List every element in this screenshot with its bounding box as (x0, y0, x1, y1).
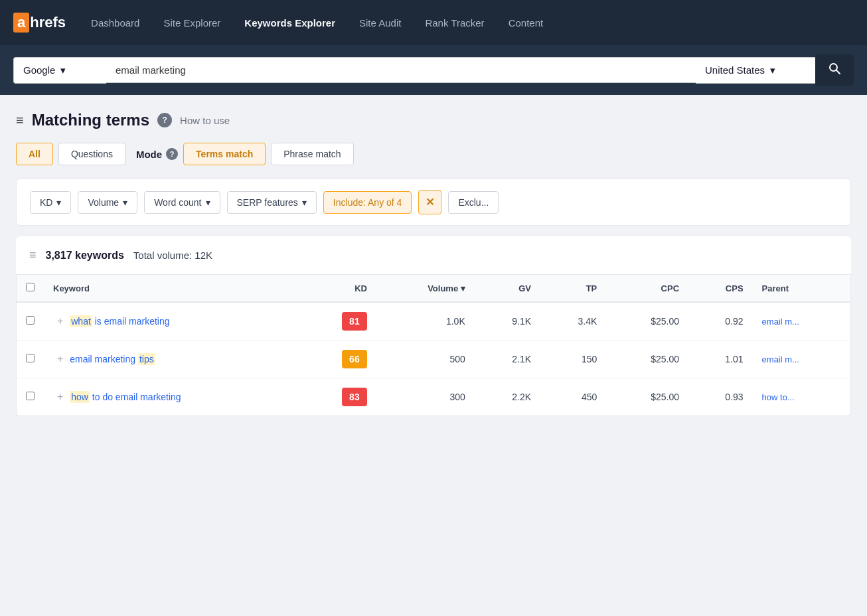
row2-parent-link[interactable]: email m... (762, 354, 799, 364)
how-to-use-link[interactable]: How to use (180, 115, 230, 126)
search-icon (828, 62, 841, 78)
row1-parent: email m... (753, 302, 850, 341)
row3-add-button[interactable]: + (53, 391, 67, 402)
nav-item-dashboard[interactable]: Dashboard (82, 12, 149, 34)
table-row: + email marketing tips 66 500 2.1K 150 $… (17, 341, 850, 378)
volume-arrow-icon: ▾ (123, 197, 127, 208)
col-header-gv[interactable]: GV (475, 275, 540, 302)
table-row: + what is email marketing 81 1.0K 9.1K 3… (17, 302, 850, 341)
kd-filter-button[interactable]: KD ▾ (30, 191, 71, 214)
row2-tp: 150 (540, 341, 606, 378)
filter-row-container: KD ▾ Volume ▾ Word count ▾ SERP features… (16, 179, 851, 226)
keywords-table: Keyword KD Volume ▾ GV TP CPC CPS Parent (17, 275, 850, 416)
tab-questions[interactable]: Questions (58, 143, 125, 165)
nav-item-keywords-explorer[interactable]: Keywords Explorer (235, 12, 345, 34)
row1-tp: 3.4K (540, 302, 606, 341)
help-icon[interactable]: ? (157, 113, 172, 127)
row1-checkbox[interactable] (26, 316, 35, 325)
col-header-cpc[interactable]: CPC (606, 275, 688, 302)
row3-keyword-highlight1: how (70, 391, 90, 403)
nav-item-content[interactable]: Content (499, 12, 553, 34)
word-count-filter-button[interactable]: Word count ▾ (144, 191, 220, 214)
results-sort-icon: ≡ (29, 248, 37, 262)
engine-arrow-icon: ▾ (60, 64, 66, 76)
volume-filter-button[interactable]: Volume ▾ (78, 191, 137, 214)
row3-keyword-link[interactable]: how to do email marketing (70, 391, 181, 403)
logo[interactable]: ahrefs (13, 13, 66, 33)
results-count: 3,817 keywords (46, 250, 124, 262)
main-content: ≡ Matching terms ? How to use All Questi… (0, 95, 867, 416)
include-filter-close-button[interactable]: ✕ (418, 190, 441, 214)
col-header-cps[interactable]: CPS (688, 275, 753, 302)
search-input-wrap (106, 57, 696, 83)
serp-filter-label: SERP features (237, 197, 298, 208)
exclude-filter-button[interactable]: Exclu... (448, 191, 499, 214)
row2-cps: 1.01 (688, 341, 753, 378)
engine-select[interactable]: Google ▾ (13, 57, 106, 84)
country-select[interactable]: United States ▾ (696, 57, 815, 84)
svg-line-1 (836, 70, 840, 74)
include-filter-label: Include: Any of 4 (333, 197, 402, 208)
word-count-arrow-icon: ▾ (206, 197, 210, 208)
mode-label: Mode ? (136, 148, 178, 160)
nav-item-site-audit[interactable]: Site Audit (350, 12, 410, 34)
row3-kd-badge: 83 (342, 388, 367, 406)
country-arrow-icon: ▾ (770, 64, 775, 76)
row2-parent: email m... (753, 341, 850, 378)
nav-item-site-explorer[interactable]: Site Explorer (154, 12, 230, 34)
col-header-volume[interactable]: Volume ▾ (376, 275, 475, 302)
row3-checkbox[interactable] (26, 392, 35, 400)
results-header: ≡ 3,817 keywords Total volume: 12K (16, 236, 851, 275)
serp-filter-button[interactable]: SERP features ▾ (227, 191, 317, 214)
table-header-row: Keyword KD Volume ▾ GV TP CPC CPS Parent (17, 275, 850, 302)
results-volume: Total volume: 12K (133, 250, 212, 261)
country-label: United States (705, 64, 765, 76)
tab-phrase-match[interactable]: Phrase match (271, 143, 353, 165)
row2-checkbox[interactable] (26, 354, 35, 362)
logo-a: a (13, 13, 29, 33)
row1-kd-badge: 81 (342, 312, 367, 331)
row1-keyword-link[interactable]: what is email marketing (70, 315, 169, 327)
row1-cps: 0.92 (688, 302, 753, 341)
row2-keyword-link[interactable]: email marketing tips (70, 353, 155, 365)
row1-checkbox-cell (17, 302, 44, 341)
sidebar-toggle-icon[interactable]: ≡ (16, 113, 24, 128)
row3-cpc: $25.00 (606, 378, 688, 416)
search-button[interactable] (815, 54, 854, 86)
select-all-checkbox[interactable] (26, 283, 35, 291)
row3-cps: 0.93 (688, 378, 753, 416)
row3-tp: 450 (540, 378, 606, 416)
row3-kd-cell: 83 (300, 378, 376, 416)
row2-cpc: $25.00 (606, 341, 688, 378)
row1-gv: 9.1K (475, 302, 540, 341)
filter-tabs: All Questions Mode ? Terms match Phrase … (16, 143, 851, 165)
row2-keyword-cell: + email marketing tips (44, 341, 300, 378)
col-header-keyword[interactable]: Keyword (44, 275, 300, 302)
tab-terms-match[interactable]: Terms match (183, 143, 266, 165)
row2-add-button[interactable]: + (53, 353, 67, 364)
col-header-tp[interactable]: TP (540, 275, 606, 302)
tab-all[interactable]: All (16, 143, 53, 165)
col-header-kd[interactable]: KD (300, 275, 376, 302)
row2-checkbox-cell (17, 341, 44, 378)
row2-gv: 2.1K (475, 341, 540, 378)
row1-add-button[interactable]: + (53, 315, 67, 327)
nav-item-rank-tracker[interactable]: Rank Tracker (416, 12, 493, 34)
page-title: Matching terms (32, 111, 149, 129)
row3-parent-link[interactable]: how to... (762, 392, 795, 402)
filter-row: KD ▾ Volume ▾ Word count ▾ SERP features… (30, 190, 837, 214)
row1-keyword-highlight1: what (70, 315, 92, 327)
row1-cpc: $25.00 (606, 302, 688, 341)
include-filter-button[interactable]: Include: Any of 4 (323, 191, 412, 214)
row1-parent-link[interactable]: email m... (762, 317, 799, 327)
volume-filter-label: Volume (88, 197, 119, 208)
table-row: + how to do email marketing 83 300 2.2K … (17, 378, 850, 416)
row3-parent: how to... (753, 378, 850, 416)
row3-checkbox-cell (17, 378, 44, 416)
search-input[interactable] (116, 64, 686, 76)
mode-help-icon[interactable]: ? (166, 148, 178, 160)
row3-gv: 2.2K (475, 378, 540, 416)
select-all-header[interactable] (17, 275, 44, 302)
col-header-parent[interactable]: Parent (753, 275, 850, 302)
kd-arrow-icon: ▾ (56, 197, 61, 208)
